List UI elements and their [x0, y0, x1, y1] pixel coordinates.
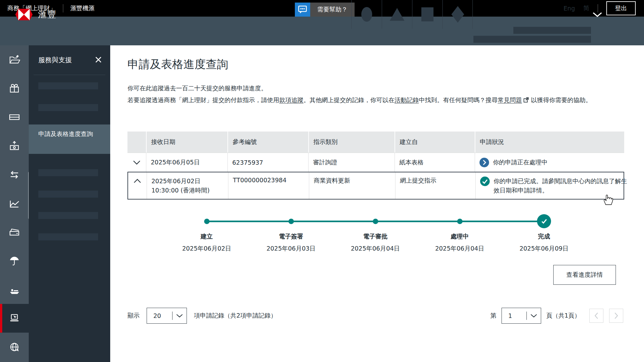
cell-created-from: 網上提交指示 [395, 172, 475, 199]
cell-instruction-type: 商業資料更新 [309, 172, 395, 199]
topbar-divider [598, 4, 598, 12]
paragraph-text: 若要追蹤透過商務「網上理財」提交的付款指示，請使用 [127, 96, 279, 103]
applications-table: 接收日期 參考編號 指示類別 建立自 申請狀況 2025年06月05日 6237… [127, 132, 624, 200]
sidebar-icon-rail [0, 45, 29, 362]
sidebar-item-offers[interactable] [0, 74, 29, 103]
page-size-select[interactable]: 20 [147, 308, 187, 324]
table-row[interactable]: 2025年06月05日 62375937 審計詢證 紙本表格 你的申請正在處理中 [127, 153, 624, 172]
square-icon [421, 7, 433, 21]
sidebar-item-service-support[interactable] [0, 304, 29, 333]
time-line: 10:30:00 (香港時間) [151, 186, 210, 195]
brand-hsbc-vision-go[interactable]: 滙豐機滙 [70, 4, 95, 12]
hsbc-logo[interactable]: 滙豐 [15, 0, 57, 29]
page-number-select[interactable]: 1 [502, 308, 541, 324]
page-size-value: 20 [147, 312, 172, 319]
banknote-arrow-icon [9, 140, 20, 152]
language-simplified-link[interactable]: 简 [583, 4, 589, 12]
main-content: 申請及表格進度查詢 你可在此追蹤過去一百二十天提交的服務申請進度。 若要追蹤透過… [110, 45, 644, 362]
line-chart-icon [9, 198, 20, 209]
date-line: 2025年06月02日 [151, 177, 210, 186]
paragraph-text: 。其他網上提交的記錄，你可以在 [303, 96, 395, 103]
step-dot-icon [457, 219, 463, 224]
panel-title: 服務與支援 [38, 56, 72, 64]
panel-close-button[interactable] [95, 56, 102, 63]
app-window: 商務「網上理財」 滙豐機滙 需要幫助？ Eng 简 登出 滙 [0, 0, 644, 362]
cell-reference: 62375937 [227, 153, 308, 172]
chevron-down-icon [593, 12, 602, 17]
collapse-row-button[interactable] [128, 172, 147, 199]
sidebar-item-trade[interactable] [0, 275, 29, 304]
panel-skeleton-item [38, 191, 98, 198]
records-count-text: 項申請記錄（共2項申請記錄） [194, 312, 277, 320]
step-label: 處理中 [418, 232, 502, 241]
sidebar-item-insurance[interactable] [0, 246, 29, 275]
logout-button[interactable]: 登出 [606, 1, 636, 15]
payment-tracker-link[interactable]: 款項追蹤 [279, 96, 303, 103]
laptop-cursor-icon [9, 313, 20, 324]
step-date: 2025年06月04日 [418, 245, 502, 253]
gift-icon [9, 83, 20, 94]
language-english-link[interactable]: Eng [564, 5, 575, 12]
nav-placeholder-circle[interactable] [351, 0, 382, 29]
cell-reference: TT000000023984 [228, 172, 309, 199]
panel-skeleton-item [38, 233, 98, 240]
faq-link[interactable]: 常見問題 [498, 96, 522, 103]
page-size-control: 顯示 20 項申請記錄（共2項申請記錄） [127, 308, 277, 324]
activity-log-link[interactable]: 活動記錄 [395, 96, 419, 103]
need-help-button[interactable]: 需要幫助？ [295, 3, 355, 17]
sidebar-item-cheques[interactable] [0, 103, 29, 132]
column-header-instruction-type: 指示類別 [308, 132, 395, 153]
cheque-icon [9, 111, 20, 123]
paragraph-text: 以獲得你需要的協助。 [531, 96, 592, 103]
column-header-received-date: 接收日期 [146, 132, 227, 153]
close-icon [95, 56, 102, 63]
progress-timeline: 建立 2025年06月02日 電子簽署 2025年06月03日 電子審批 202… [165, 214, 586, 259]
nav-placeholder-diamond[interactable] [442, 0, 473, 29]
cell-status: 你的申請已完成。請參閱訊息中心內的訊息了解生效日期和申請詳情。 [475, 172, 625, 199]
sidebar-item-cards[interactable] [0, 218, 29, 246]
step-dot-icon [373, 219, 378, 224]
umbrella-icon [9, 255, 20, 267]
header-nav-placeholders [351, 0, 473, 29]
nav-placeholder-triangle[interactable] [382, 0, 412, 29]
step-date: 2025年06月09日 [502, 245, 586, 253]
folder-pen-icon [9, 54, 20, 65]
view-progress-details-button[interactable]: 查看進度詳情 [553, 265, 616, 285]
table-row-expanded[interactable]: 2025年06月02日10:30:00 (香港時間) TT00000002398… [127, 172, 624, 200]
expand-row-button[interactable] [127, 153, 146, 172]
previous-page-button[interactable] [589, 309, 603, 323]
status-complete-icon [480, 177, 490, 186]
nav-placeholder-square[interactable] [412, 0, 442, 29]
description-paragraph: 若要追蹤透過商務「網上理財」提交的付款指示，請使用款項追蹤。其他網上提交的記錄，… [127, 95, 622, 105]
header-skeleton-bar [473, 36, 591, 43]
panel-skeleton-item [38, 212, 98, 219]
sidebar-item-payments[interactable] [0, 132, 29, 160]
step-date: 2025年06月02日 [165, 245, 249, 253]
cell-created-from: 紙本表格 [395, 153, 475, 172]
hsbc-hexagon-icon [15, 9, 33, 20]
logo-text: 滙豐 [38, 9, 57, 20]
page-navigation-control: 第 1 頁（共1頁） [490, 308, 580, 324]
status-text: 你的申請已完成。請參閱訊息中心內的訊息了解生效日期和申請詳情。 [494, 177, 631, 195]
panel-item-application-status[interactable]: 申請及表格進度查詢 [29, 124, 110, 154]
page-number-value: 1 [502, 312, 526, 319]
next-page-button[interactable] [609, 309, 623, 323]
sidebar-item-investments[interactable] [0, 189, 29, 218]
page-prefix-label: 第 [490, 312, 496, 320]
panel-item-label: 申請及表格進度查詢 [38, 129, 101, 139]
circle-icon [361, 7, 372, 22]
chevron-left-icon [594, 312, 599, 319]
sidebar-item-global[interactable] [0, 333, 29, 361]
account-selector-chevron[interactable] [593, 12, 602, 17]
paragraph-text: 中找到。有任何疑問嗎？搜尋 [419, 96, 498, 103]
cell-status: 你的申請正在處理中 [475, 153, 624, 172]
topbar-divider [63, 4, 63, 12]
sidebar-item-accounts[interactable] [0, 45, 29, 74]
step-label: 完成 [502, 232, 586, 241]
step-dot-icon [288, 219, 294, 224]
column-header-reference: 參考編號 [227, 132, 308, 153]
cell-received-date: 2025年06月02日10:30:00 (香港時間) [147, 172, 228, 199]
sidebar-item-transfers[interactable] [0, 160, 29, 189]
service-support-panel: 服務與支援 申請及表格進度查詢 [29, 45, 110, 362]
cell-received-date: 2025年06月05日 [146, 153, 227, 172]
